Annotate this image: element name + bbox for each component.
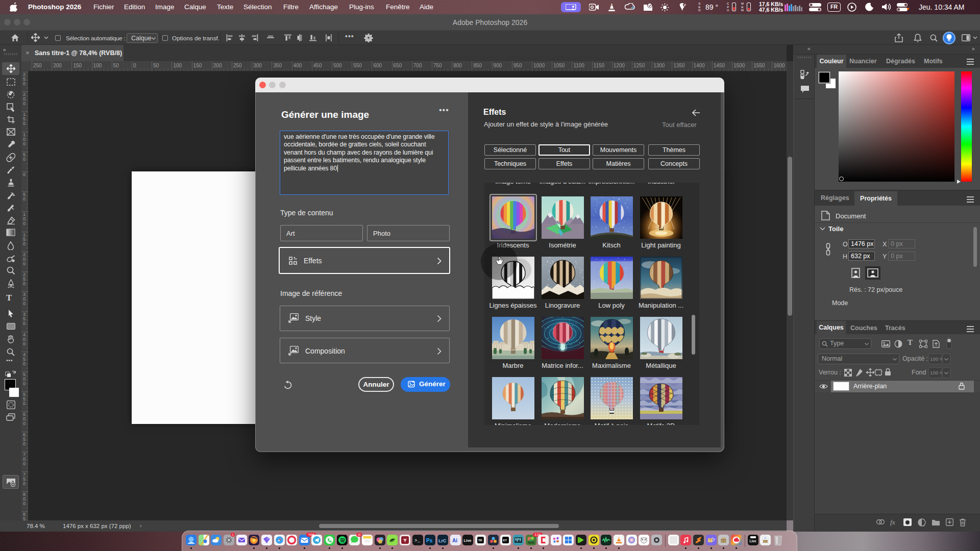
svg-text:Ps: Ps [426,538,433,543]
svg-text:Ai: Ai [452,538,457,543]
svg-text:KT: KT [503,539,507,542]
svg-text:Live: Live [750,539,756,543]
svg-text:LrC: LrC [438,538,447,543]
svg-text:TR: TR [478,539,482,542]
svg-text:Live: Live [464,538,472,543]
svg-text:>_: >_ [414,538,420,543]
